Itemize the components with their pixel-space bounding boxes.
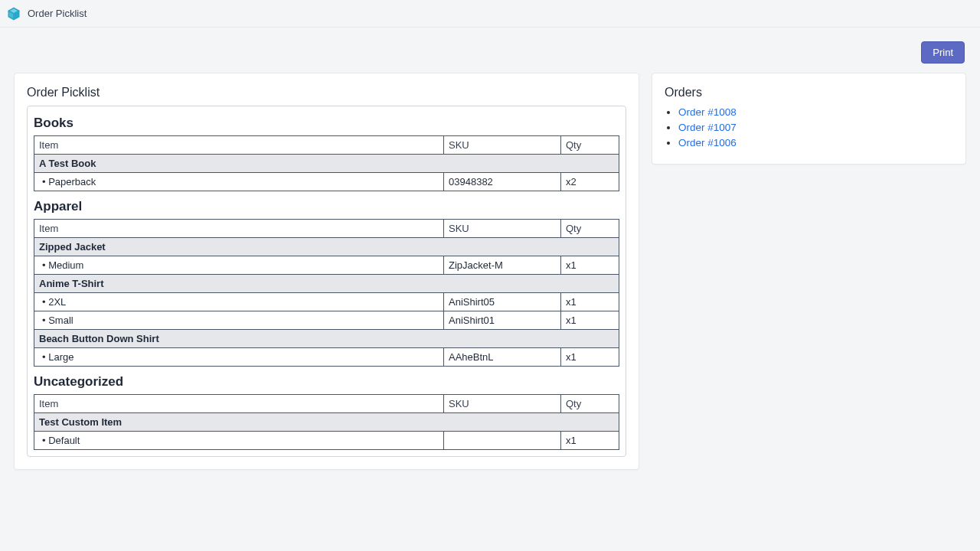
variant-sku: ZipJacket-M bbox=[444, 256, 561, 275]
col-header-sku: SKU bbox=[444, 136, 561, 155]
variant-name: Paperback bbox=[34, 173, 444, 191]
picklist-title: Order Picklist bbox=[27, 86, 626, 99]
col-header-qty: Qty bbox=[561, 395, 619, 413]
col-header-item: Item bbox=[34, 136, 444, 155]
variant-sku: AniShirt05 bbox=[444, 293, 561, 311]
category-title: Uncategorized bbox=[34, 374, 619, 390]
col-header-sku: SKU bbox=[444, 395, 561, 413]
orders-title: Orders bbox=[665, 86, 953, 99]
category-section: ApparelItemSKUQtyZipped JacketMediumZipJ… bbox=[34, 199, 619, 367]
picklist-card: Order Picklist BooksItemSKUQtyA Test Boo… bbox=[14, 73, 639, 470]
variant-row: 2XLAniShirt05x1 bbox=[34, 293, 619, 311]
product-group-row: Test Custom Item bbox=[34, 413, 619, 432]
list-item: Order #1006 bbox=[678, 136, 953, 148]
variant-sku bbox=[444, 432, 561, 450]
variant-name: Large bbox=[34, 348, 444, 367]
category-title: Apparel bbox=[34, 199, 619, 214]
variant-sku: 03948382 bbox=[444, 173, 561, 191]
app-title: Order Picklist bbox=[28, 8, 87, 19]
variant-qty: x1 bbox=[561, 311, 619, 330]
col-header-item: Item bbox=[34, 220, 444, 238]
variant-sku: AniShirt01 bbox=[444, 311, 561, 330]
variant-sku: AAheBtnL bbox=[444, 348, 561, 367]
order-link[interactable]: Order #1006 bbox=[678, 137, 737, 148]
topbar: Order Picklist bbox=[0, 0, 980, 28]
variant-name: Small bbox=[34, 311, 444, 330]
app-cube-icon bbox=[6, 6, 21, 21]
order-link[interactable]: Order #1008 bbox=[678, 106, 737, 118]
variant-qty: x1 bbox=[561, 293, 619, 311]
variant-qty: x1 bbox=[561, 256, 619, 275]
picklist-table: ItemSKUQtyTest Custom ItemDefaultx1 bbox=[34, 394, 619, 450]
order-link[interactable]: Order #1007 bbox=[678, 122, 737, 133]
col-header-sku: SKU bbox=[444, 220, 561, 238]
product-group-row: Zipped Jacket bbox=[34, 238, 619, 256]
variant-name: Default bbox=[34, 432, 444, 450]
category-section: BooksItemSKUQtyA Test BookPaperback03948… bbox=[34, 116, 619, 191]
product-group-row: A Test Book bbox=[34, 155, 619, 173]
product-group-name: Test Custom Item bbox=[34, 413, 619, 432]
actions-bar: Print bbox=[14, 41, 966, 64]
variant-qty: x2 bbox=[561, 173, 619, 191]
product-group-name: Zipped Jacket bbox=[34, 238, 619, 256]
variant-name: 2XL bbox=[34, 293, 444, 311]
variant-qty: x1 bbox=[561, 348, 619, 367]
list-item: Order #1007 bbox=[678, 121, 953, 133]
variant-name: Medium bbox=[34, 256, 444, 275]
page: Print Order Picklist BooksItemSKUQtyA Te… bbox=[0, 28, 980, 484]
variant-row: Defaultx1 bbox=[34, 432, 619, 450]
product-group-row: Beach Button Down Shirt bbox=[34, 330, 619, 348]
product-group-name: A Test Book bbox=[34, 155, 619, 173]
picklist-table: ItemSKUQtyZipped JacketMediumZipJacket-M… bbox=[34, 219, 619, 367]
picklist-body: BooksItemSKUQtyA Test BookPaperback03948… bbox=[27, 106, 626, 457]
product-group-name: Beach Button Down Shirt bbox=[34, 330, 619, 348]
orders-list: Order #1008Order #1007Order #1006 bbox=[665, 106, 953, 148]
product-group-name: Anime T-Shirt bbox=[34, 275, 619, 293]
col-header-item: Item bbox=[34, 395, 444, 413]
orders-card: Orders Order #1008Order #1007Order #1006 bbox=[652, 73, 966, 165]
col-header-qty: Qty bbox=[561, 220, 619, 238]
picklist-table: ItemSKUQtyA Test BookPaperback03948382x2 bbox=[34, 135, 619, 191]
category-title: Books bbox=[34, 116, 619, 131]
variant-qty: x1 bbox=[561, 432, 619, 450]
variant-row: MediumZipJacket-Mx1 bbox=[34, 256, 619, 275]
variant-row: Paperback03948382x2 bbox=[34, 173, 619, 191]
variant-row: SmallAniShirt01x1 bbox=[34, 311, 619, 330]
print-button[interactable]: Print bbox=[921, 41, 965, 64]
columns: Order Picklist BooksItemSKUQtyA Test Boo… bbox=[14, 73, 966, 470]
list-item: Order #1008 bbox=[678, 106, 953, 118]
category-section: UncategorizedItemSKUQtyTest Custom ItemD… bbox=[34, 374, 619, 450]
variant-row: LargeAAheBtnLx1 bbox=[34, 348, 619, 367]
product-group-row: Anime T-Shirt bbox=[34, 275, 619, 293]
col-header-qty: Qty bbox=[561, 136, 619, 155]
